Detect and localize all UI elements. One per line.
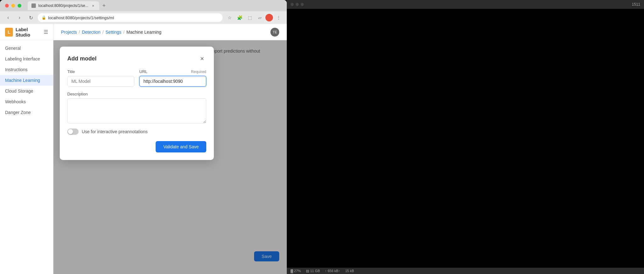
modal-overlay: Add model ✕ Title xyxy=(53,40,287,274)
sidebar-item-general[interactable]: General xyxy=(0,43,53,54)
fullscreen-window-button[interactable] xyxy=(18,4,21,8)
rp-dot-3 xyxy=(301,3,304,6)
hamburger-menu[interactable]: ☰ xyxy=(44,29,48,35)
status-rate: 15 kB xyxy=(345,269,354,273)
description-label: Description xyxy=(67,92,206,96)
url-required-badge: Required xyxy=(191,70,206,74)
modal-footer: Validate and Save xyxy=(67,141,206,152)
right-panel-content xyxy=(287,9,644,268)
header-user-avatar[interactable]: TE xyxy=(270,28,279,37)
sidebar-item-cloud-storage[interactable]: Cloud Storage xyxy=(0,86,53,96)
sidebar-item-labeling-interface[interactable]: Labeling Interface xyxy=(0,54,53,64)
breadcrumb-sep-3: / xyxy=(123,30,125,35)
breadcrumb-projects[interactable]: Projects xyxy=(61,30,77,35)
sidebar-nav: General Labeling Interface Instructions … xyxy=(0,40,53,274)
status-bar: ▓ 27% ▤ 11 GB ↑ 656 kB↑ 15 kB xyxy=(287,268,644,274)
rp-dot-1 xyxy=(291,3,294,6)
extensions-icon[interactable]: 🧩 xyxy=(235,13,244,22)
forward-button[interactable]: › xyxy=(15,13,24,22)
secure-icon: 🔒 xyxy=(42,15,46,20)
minimize-window-button[interactable] xyxy=(11,4,15,8)
breadcrumb-sep-1: / xyxy=(79,30,80,35)
cast-icon[interactable]: ⬚ xyxy=(245,13,254,22)
address-url: localhost:8080/projects/1/settings/ml xyxy=(48,15,114,20)
tab-bar: localhost:8080/projects/1/se... ✕ + xyxy=(28,1,282,10)
sidebar-item-danger-zone[interactable]: Danger Zone xyxy=(0,107,53,118)
title-label: Title xyxy=(67,69,134,74)
back-button[interactable]: ‹ xyxy=(4,13,13,22)
app-title: Label Studio xyxy=(15,27,41,37)
sidebar-item-webhooks[interactable]: Webhooks xyxy=(0,96,53,107)
toggle-knob xyxy=(68,129,73,134)
status-percent: ▓ 27% xyxy=(291,269,301,273)
app-logo: L xyxy=(5,28,13,37)
toolbar-actions: ☆ 🧩 ⬚ ▱ ⋮ xyxy=(225,13,283,22)
close-window-button[interactable] xyxy=(5,4,9,8)
url-form-group: URL Required xyxy=(139,69,206,87)
browser-tab[interactable]: localhost:8080/projects/1/se... ✕ xyxy=(28,1,99,10)
page-header: Projects / Detection / Settings / Machin… xyxy=(53,24,287,40)
description-form-group: Description xyxy=(67,92,206,123)
title-input[interactable] xyxy=(67,76,134,87)
toggle-label: Use for interactive preannotations xyxy=(82,129,147,134)
breadcrumb-machine-learning: Machine Learning xyxy=(126,30,161,35)
tab-title: localhost:8080/projects/1/se... xyxy=(38,3,88,8)
validate-save-button[interactable]: Validate and Save xyxy=(156,141,206,152)
sidebar-header: L Label Studio ☰ xyxy=(0,24,53,40)
tab-favicon xyxy=(31,3,36,8)
modal-close-button[interactable]: ✕ xyxy=(197,54,206,63)
bookmark-icon[interactable]: ☆ xyxy=(225,13,234,22)
sidebar-item-machine-learning[interactable]: Machine Learning xyxy=(0,75,53,86)
browser-window: localhost:8080/projects/1/se... ✕ + ‹ › … xyxy=(0,0,287,274)
modal-header: Add model ✕ xyxy=(67,54,206,63)
new-tab-button[interactable]: + xyxy=(100,2,108,9)
add-model-modal: Add model ✕ Title xyxy=(60,47,214,160)
breadcrumb-sep-2: / xyxy=(103,30,104,35)
form-title-url-row: Title URL Required xyxy=(67,69,206,87)
sidebar-item-instructions[interactable]: Instructions xyxy=(0,64,53,75)
right-panel-titlebar: 1511 xyxy=(287,0,644,9)
breadcrumb-settings[interactable]: Settings xyxy=(106,30,122,35)
user-avatar[interactable] xyxy=(265,14,273,21)
tab-close-button[interactable]: ✕ xyxy=(91,3,95,8)
app-container: L Label Studio ☰ General Labeling Interf… xyxy=(0,24,287,274)
modal-title: Add model xyxy=(67,55,97,62)
content-area: Add one or more machine learning models … xyxy=(53,40,287,274)
description-textarea[interactable] xyxy=(67,98,206,123)
breadcrumb-detection[interactable]: Detection xyxy=(82,30,100,35)
rp-dot-2 xyxy=(296,3,299,6)
refresh-button[interactable]: ↻ xyxy=(26,13,35,22)
url-label-row: URL Required xyxy=(139,69,206,74)
url-input[interactable] xyxy=(139,76,206,87)
browser-titlebar: localhost:8080/projects/1/se... ✕ + xyxy=(0,0,287,11)
menu-icon[interactable]: ⋮ xyxy=(274,13,283,22)
status-ram: ▤ 11 GB xyxy=(306,269,320,273)
main-content: Projects / Detection / Settings / Machin… xyxy=(53,24,287,274)
sidebar: L Label Studio ☰ General Labeling Interf… xyxy=(0,24,53,274)
screen-icon[interactable]: ▱ xyxy=(255,13,264,22)
breadcrumb: Projects / Detection / Settings / Machin… xyxy=(61,30,161,35)
address-bar[interactable]: 🔒 localhost:8080/projects/1/settings/ml xyxy=(38,13,223,22)
toggle-row: Use for interactive preannotations xyxy=(67,128,206,135)
url-label: URL xyxy=(139,69,147,74)
browser-toolbar: ‹ › ↻ 🔒 localhost:8080/projects/1/settin… xyxy=(0,11,287,24)
status-disk: ↑ 656 kB↑ xyxy=(325,269,340,273)
right-panel-size: 1511 xyxy=(632,2,640,7)
preannotations-toggle[interactable] xyxy=(67,128,79,135)
right-panel: 1511 ▓ 27% ▤ 11 GB ↑ 656 kB↑ 15 kB xyxy=(287,0,644,274)
title-form-group: Title xyxy=(67,69,134,87)
